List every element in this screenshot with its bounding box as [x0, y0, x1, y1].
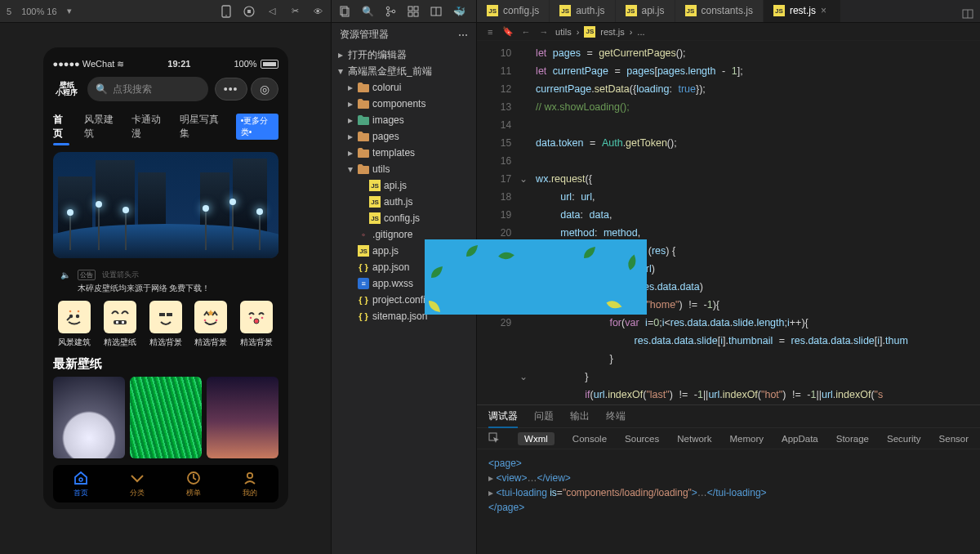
tree-item[interactable]: ▸打开的编辑器 [332, 47, 476, 63]
marquee-text: 木碎皮壁纸均来源于网络 免费下载！ [53, 283, 278, 294]
wechat-capsule[interactable]: ••• ◎ [215, 78, 278, 101]
phone-header: 壁纸小程序 🔍 点我搜索 ••• ◎ [53, 77, 278, 101]
devtool-tab[interactable]: Wxml [518, 432, 555, 445]
tab-scenery[interactable]: 风景建筑 [84, 113, 118, 141]
js-icon: JS [773, 5, 785, 16]
devtool-tab[interactable]: AppData [782, 434, 818, 444]
more-icon[interactable]: ⋯ [458, 29, 468, 41]
devtool-tab[interactable]: Console [572, 434, 607, 444]
tree-item[interactable]: ▸images [332, 112, 476, 128]
search-icon[interactable]: 🔍 [361, 5, 374, 18]
js-icon: JS [685, 5, 697, 16]
devtool-tab[interactable]: Memory [729, 434, 764, 444]
nav-me[interactable]: 我的 [242, 470, 258, 498]
forward-icon[interactable]: → [537, 25, 550, 38]
cat-item-1[interactable]: 精选壁纸 [98, 301, 140, 348]
tab-home[interactable]: 首页 [53, 113, 69, 141]
svg-point-14 [204, 319, 207, 322]
crumb-file[interactable]: rest.js [600, 27, 624, 37]
eye-icon[interactable]: 👁 [311, 5, 324, 18]
wallpaper-1[interactable] [130, 377, 202, 458]
tab-more[interactable]: •更多分类• [236, 114, 278, 140]
cat-item-2[interactable]: 精选背景 [144, 301, 186, 348]
search-input[interactable]: 🔍 点我搜索 [87, 77, 208, 101]
split-icon[interactable] [956, 8, 980, 22]
editor-tab[interactable]: JSrest.js× [764, 0, 841, 22]
mute-icon[interactable]: ◁ [265, 5, 278, 18]
svg-rect-26 [408, 7, 412, 11]
docker-icon[interactable]: 🐳 [452, 5, 466, 18]
phone-icon[interactable] [220, 5, 233, 18]
speaker-icon: 🔈 [60, 270, 71, 279]
devtool-tab[interactable]: Sensor [939, 434, 969, 444]
cat-item-4[interactable]: 精选背景 [235, 301, 278, 348]
crumb-utils[interactable]: utils [555, 27, 572, 37]
tab-anime[interactable]: 卡通动漫 [131, 113, 165, 141]
close-icon[interactable]: × [821, 5, 831, 16]
code-body[interactable]: let pages = getCurrentPages(); let curre… [518, 41, 980, 404]
category-tabs: 首页 风景建筑 卡通动漫 明星写真集 •更多分类• [53, 113, 278, 141]
crumb-more[interactable]: ... [637, 27, 644, 37]
wxml-tree[interactable]: <page> ▸ <view>…</view> ▸ <tui-loading i… [477, 449, 980, 554]
svg-rect-11 [122, 321, 124, 324]
tree-item[interactable]: ▾utils [332, 161, 476, 177]
code-editor[interactable]: 10111213141516⌄17181920⌄25262728⌄29 let … [477, 41, 980, 404]
hero-banner[interactable] [53, 152, 278, 258]
nav-rank[interactable]: 榜单 [185, 470, 202, 498]
devtool-tab[interactable]: Security [887, 434, 921, 444]
category-icon [129, 470, 145, 486]
rank-icon [185, 470, 202, 486]
panel-tab[interactable]: 终端 [606, 409, 626, 423]
panel-tab[interactable]: 输出 [570, 409, 590, 423]
devtool-tab[interactable]: Sources [625, 434, 659, 444]
panel-tab[interactable]: 调试器 [488, 409, 518, 423]
tree-item[interactable]: JSapi.js [332, 177, 476, 194]
nav-category[interactable]: 分类 [129, 470, 145, 498]
list-icon[interactable]: ≡ [483, 25, 497, 38]
js-icon: JS [559, 5, 571, 16]
line-gutter: 10111213141516⌄17181920⌄25262728⌄29 [477, 41, 518, 404]
cat-item-3[interactable]: 精选背景 [189, 301, 232, 348]
cat-item-0[interactable]: 风景建筑 [53, 301, 96, 348]
explorer-top-actions: 🔍 🐳 [332, 0, 476, 23]
marquee-badge: 公告 [78, 270, 96, 280]
editor-tabbar: JSconfig.jsJSauth.jsJSapi.jsJSconstants.… [477, 0, 980, 23]
git-icon[interactable] [384, 5, 397, 18]
extensions-icon[interactable] [407, 5, 420, 18]
back-icon[interactable]: ← [519, 25, 532, 38]
devtools-subtabs: WxmlConsoleSourcesNetworkMemoryAppDataSt… [477, 428, 980, 449]
tree-item[interactable]: JSconfig.js [332, 210, 476, 226]
bookmark-icon[interactable]: 🔖 [501, 25, 514, 38]
capsule-close-icon[interactable]: ◎ [251, 78, 278, 101]
tree-item[interactable]: ▸templates [332, 145, 476, 161]
inspect-icon[interactable] [488, 432, 500, 445]
devtool-tab[interactable]: Network [677, 434, 711, 444]
editor-tab[interactable]: JSapi.js [616, 0, 675, 22]
carrier: ●●●●● WeChat≋ [53, 59, 125, 69]
zoom-left: 5 [7, 7, 11, 16]
files-icon[interactable] [338, 5, 351, 18]
layout-icon[interactable] [430, 5, 443, 18]
stop-icon[interactable] [243, 5, 256, 18]
nav-home[interactable]: 首页 [73, 470, 89, 498]
svg-rect-12 [159, 313, 165, 316]
cut-icon[interactable]: ✂ [288, 5, 301, 18]
tree-item[interactable]: ▸pages [332, 128, 476, 145]
wallpaper-0[interactable] [53, 377, 125, 458]
search-placeholder: 点我搜索 [113, 83, 152, 96]
chevron-down-icon[interactable]: ▾ [67, 6, 72, 16]
bottom-panel: 调试器问题输出终端 WxmlConsoleSourcesNetworkMemor… [477, 404, 980, 554]
tree-item[interactable]: ▸components [332, 96, 476, 112]
editor-tab[interactable]: JSconfig.js [477, 0, 550, 22]
tree-item[interactable]: ▾高端黑金壁纸_前端 [332, 63, 476, 79]
editor-tab[interactable]: JSauth.js [550, 0, 615, 22]
tree-item[interactable]: JSauth.js [332, 194, 476, 210]
tab-stars[interactable]: 明星写真集 [180, 113, 221, 141]
devtool-tab[interactable]: Storage [836, 434, 869, 444]
panel-tabs: 调试器问题输出终端 [477, 405, 980, 428]
panel-tab[interactable]: 问题 [534, 409, 554, 423]
editor-tab[interactable]: JSconstants.js [675, 0, 764, 22]
tree-item[interactable]: ▸colorui [332, 79, 476, 96]
capsule-menu-icon[interactable]: ••• [215, 78, 247, 101]
wallpaper-2[interactable] [207, 377, 278, 458]
